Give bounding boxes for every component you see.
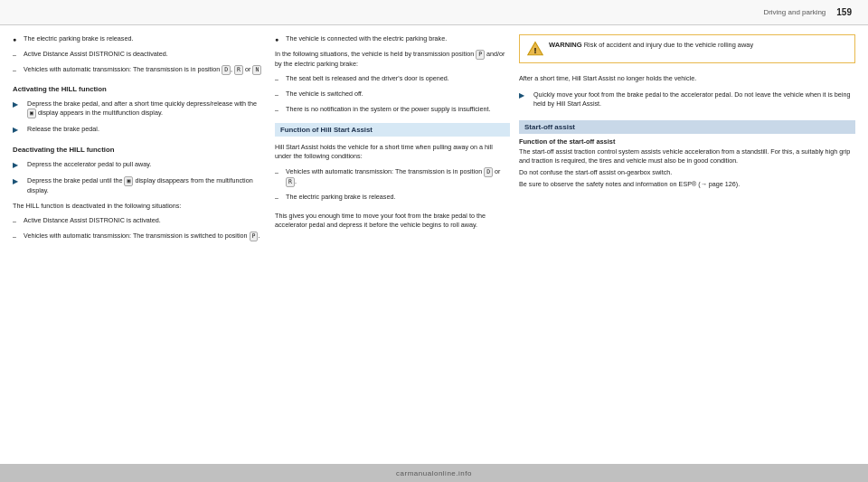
bullet-icon: – bbox=[275, 75, 282, 84]
warning-detail: After a short time, Hill Start Assist no… bbox=[519, 74, 855, 83]
warning-text-body: Risk of accident and injury due to the v… bbox=[584, 41, 753, 49]
list-item: – Vehicles with automatic transmission: … bbox=[13, 65, 266, 75]
arrow-text: Depress the brake pedal, and after a sho… bbox=[27, 99, 266, 118]
start-off-section: Start-off assist Function of the start-o… bbox=[519, 120, 855, 191]
bullet-icon: – bbox=[275, 106, 282, 115]
bullet-icon: – bbox=[13, 66, 20, 75]
watermark-bar: carmanualonline.info bbox=[0, 464, 868, 482]
bullet-icon: – bbox=[13, 51, 20, 60]
function-heading: Function of Hill Start Assist bbox=[275, 123, 510, 137]
list-item: – There is no notification in the system… bbox=[275, 105, 510, 115]
arrow-text: Depress the accelerator pedal to pull aw… bbox=[27, 160, 151, 169]
watermark-text: carmanualonline.info bbox=[396, 469, 472, 477]
function-body: Hill Start Assist holds the vehicle for … bbox=[275, 143, 510, 161]
bullet-text: The vehicle is switched off. bbox=[286, 90, 363, 99]
bullet-text: Active Distance Assist DISTRONIC is deac… bbox=[24, 50, 168, 59]
bullet-text: There is no notification in the system o… bbox=[286, 105, 490, 114]
bullet-text: The seat belt is released and the driver… bbox=[286, 74, 449, 83]
list-item: – Vehicles with automatic transmission: … bbox=[13, 232, 266, 241]
bullet-text: Active Distance Assist DISTRONIC is acti… bbox=[24, 216, 161, 225]
start-off-subheading: Function of the start-off assist bbox=[519, 137, 855, 146]
list-item: – Active Distance Assist DISTRONIC is de… bbox=[13, 50, 266, 60]
bullet-icon: – bbox=[13, 217, 20, 226]
hill-deactivated-intro: The HILL function is deactivated in the … bbox=[13, 202, 266, 211]
warning-label: WARNING bbox=[549, 41, 582, 49]
start-off-note: Do not confuse the start-off assist on-g… bbox=[519, 168, 855, 177]
right-column: ! WARNING Risk of accident and injury du… bbox=[519, 34, 855, 458]
start-off-info: Be sure to observe the safety notes and … bbox=[519, 180, 855, 189]
arrow-text: Quickly move your foot from the brake pe… bbox=[533, 90, 855, 109]
middle-column: ● The vehicle is connected with the elec… bbox=[275, 34, 510, 458]
bullet-icon: ● bbox=[275, 35, 282, 44]
arrow-icon: ▶ bbox=[13, 160, 24, 170]
bullet-text: The electric parking brake is released. bbox=[24, 34, 133, 43]
arrow-icon: ▶ bbox=[519, 90, 530, 100]
list-item: ▶ Depress the brake pedal until the ▣ di… bbox=[13, 176, 266, 195]
list-item: ▶ Quickly move your foot from the brake … bbox=[519, 90, 855, 109]
bullet-icon: ● bbox=[13, 35, 20, 44]
list-item: ▶ Depress the brake pedal, and after a s… bbox=[13, 99, 266, 118]
bullet-icon: – bbox=[275, 90, 282, 99]
left-column: ● The electric parking brake is released… bbox=[13, 34, 266, 458]
section-label: Driving and parking bbox=[763, 8, 826, 16]
bullet-text: Vehicles with automatic transmission: Th… bbox=[24, 65, 261, 75]
warning-box: ! WARNING Risk of accident and injury du… bbox=[519, 34, 855, 63]
bullet-icon: – bbox=[275, 194, 282, 203]
list-item: ▶ Release the brake pedal. bbox=[13, 125, 266, 135]
start-off-heading: Start-off assist bbox=[519, 120, 855, 134]
warning-content: WARNING Risk of accident and injury due … bbox=[549, 41, 753, 51]
page-number: 159 bbox=[836, 7, 852, 17]
list-item: ▶ Depress the accelerator pedal to pull … bbox=[13, 160, 266, 170]
content-area: ● The electric parking brake is released… bbox=[0, 25, 868, 464]
list-item: ● The vehicle is connected with the elec… bbox=[275, 34, 510, 44]
start-off-body: The start-off assist traction control sy… bbox=[519, 147, 855, 165]
bullet-text: Vehicles with automatic transmission: Th… bbox=[24, 232, 259, 241]
header-bar: Driving and parking 159 bbox=[0, 0, 868, 25]
arrow-icon: ▶ bbox=[13, 176, 24, 186]
list-item: – Active Distance Assist DISTRONIC is ac… bbox=[13, 216, 266, 226]
arrow-text: Release the brake pedal. bbox=[27, 125, 99, 134]
bullet-text: The electric parking brake is released. bbox=[286, 193, 395, 202]
arrow-icon: ▶ bbox=[13, 99, 24, 109]
bullet-text: The vehicle is connected with the electr… bbox=[286, 34, 447, 43]
list-item: ● The electric parking brake is released… bbox=[13, 34, 266, 44]
activating-heading: Activating the HILL function bbox=[13, 85, 266, 93]
list-item: – The seat belt is released and the driv… bbox=[275, 74, 510, 84]
arrow-icon: ▶ bbox=[13, 125, 24, 135]
bullet-icon: – bbox=[275, 168, 282, 177]
list-item: – Vehicles with automatic transmission: … bbox=[275, 167, 510, 187]
header-right: Driving and parking 159 bbox=[763, 7, 852, 17]
warning-triangle-icon: ! bbox=[527, 41, 543, 57]
arrow-text: Depress the brake pedal until the ▣ disp… bbox=[27, 176, 266, 195]
transmission-note: In the following situations, the vehicle… bbox=[275, 50, 510, 69]
bullet-icon: – bbox=[13, 232, 20, 241]
page-container: Driving and parking 159 ● The electric p… bbox=[0, 0, 868, 482]
bullet-text: Vehicles with automatic transmission: Th… bbox=[286, 167, 510, 187]
svg-text:!: ! bbox=[534, 46, 537, 55]
deactivating-heading: Deactivating the HILL function bbox=[13, 146, 266, 154]
function-note: This gives you enough time to move your … bbox=[275, 212, 510, 230]
list-item: – The vehicle is switched off. bbox=[275, 90, 510, 99]
list-item: – The electric parking brake is released… bbox=[275, 193, 510, 203]
